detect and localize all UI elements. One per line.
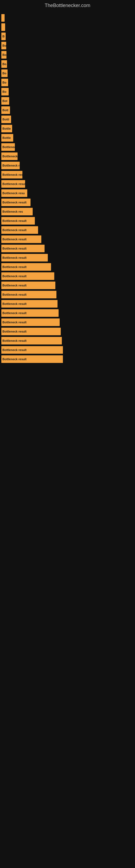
- bar-9: Bo: [1, 88, 9, 95]
- bar-row: Bo: [0, 88, 135, 95]
- bar-label-8: Bo: [2, 81, 6, 84]
- bar-33: Bottleneck result: [1, 309, 58, 317]
- bar-20: Bottleneck resu: [1, 189, 27, 197]
- bar-32: Bottleneck result: [1, 300, 57, 308]
- bar-29: Bottleneck result: [1, 272, 54, 280]
- bar-22: Bottleneck res: [1, 208, 33, 215]
- bar-label-13: Bottle: [2, 127, 11, 130]
- bar-label-6: Bo: [2, 62, 6, 66]
- bar-row: Bottleneck r: [0, 162, 135, 169]
- bar-label-32: Bottleneck result: [2, 302, 27, 305]
- bar-label-25: Bottleneck result: [2, 238, 27, 241]
- bar-label-10: Bot: [2, 99, 7, 102]
- bar-row: Bottleneck result: [0, 180, 135, 188]
- bar-label-35: Bottleneck result: [2, 330, 27, 333]
- bar-row: Bottleneck res: [0, 152, 135, 160]
- bar-label-34: Bottleneck result: [2, 321, 27, 324]
- bar-24: Bottleneck result: [1, 226, 38, 234]
- bar-row: Bottleneck result: [0, 198, 135, 206]
- bar-row: Bottleneck result: [0, 282, 135, 289]
- bar-label-29: Bottleneck result: [2, 275, 27, 278]
- bar-10: Bot: [1, 97, 9, 105]
- bar-label-4: Bo: [2, 44, 6, 47]
- bar-label-11: Bott: [2, 108, 8, 112]
- bar-13: Bottle: [1, 125, 12, 132]
- bars-container: BBoBoBoBoBoBoBotBottBottlBottleBottleBot…: [0, 10, 135, 367]
- bar-row: Bottleneck result: [0, 337, 135, 344]
- bar-label-9: Bo: [2, 90, 6, 93]
- bar-21: Bottleneck result: [1, 198, 31, 206]
- bar-row: Bottleneck result: [0, 318, 135, 326]
- bar-6: Bo: [1, 60, 7, 68]
- bar-26: Bottleneck result: [1, 245, 45, 252]
- bar-11: Bott: [1, 106, 10, 114]
- bar-37: Bottleneck result: [1, 346, 63, 354]
- bar-8: Bo: [1, 79, 8, 86]
- bar-7: Bo: [1, 69, 8, 77]
- bar-row: Bottle: [0, 134, 135, 142]
- bar-row: Bottleneck result: [0, 291, 135, 299]
- bar-label-14: Bottle: [2, 136, 11, 140]
- bar-row: Bottleneck result: [0, 272, 135, 280]
- bar-38: Bottleneck result: [1, 355, 63, 363]
- bar-row: [0, 14, 135, 22]
- bar-row: Bottl: [0, 116, 135, 123]
- bar-row: Bott: [0, 106, 135, 114]
- bar-19: Bottleneck result: [1, 180, 25, 188]
- bar-2: [1, 23, 5, 31]
- bar-5: Bo: [1, 51, 6, 59]
- bar-label-3: B: [2, 35, 5, 38]
- bar-row: Bottleneck result: [0, 217, 135, 225]
- bar-row: Bottleneck res: [0, 208, 135, 215]
- bar-row: Bottleneck result: [0, 328, 135, 335]
- bar-row: Bottleneck result: [0, 263, 135, 271]
- bar-label-7: Bo: [2, 72, 6, 75]
- bar-23: Bottleneck result: [1, 217, 35, 225]
- bar-label-38: Bottleneck result: [2, 358, 27, 361]
- bar-row: Bottleneck result: [0, 300, 135, 308]
- bar-row: Bottleneck result: [0, 226, 135, 234]
- bar-row: Bo: [0, 51, 135, 59]
- bar-25: Bottleneck result: [1, 236, 41, 243]
- bar-label-23: Bottleneck result: [2, 219, 27, 222]
- bar-16: Bottleneck res: [1, 152, 17, 160]
- bar-27: Bottleneck result: [1, 254, 48, 261]
- bar-label-18: Bottleneck resul: [2, 173, 22, 176]
- bar-label-20: Bottleneck resu: [2, 191, 25, 195]
- site-title: TheBottlenecker.com: [0, 0, 135, 10]
- bar-34: Bottleneck result: [1, 318, 60, 326]
- bar-label-36: Bottleneck result: [2, 339, 27, 342]
- bar-18: Bottleneck resul: [1, 171, 22, 179]
- bar-label-21: Bottleneck result: [2, 201, 27, 204]
- bar-row: Bot: [0, 97, 135, 105]
- bar-17: Bottleneck r: [1, 162, 20, 169]
- bar-1: [1, 14, 5, 22]
- bar-row: [0, 23, 135, 31]
- bar-row: Bo: [0, 60, 135, 68]
- bar-label-37: Bottleneck result: [2, 348, 27, 351]
- bar-row: Bottle: [0, 125, 135, 132]
- bar-3: B: [1, 33, 6, 40]
- bar-label-30: Bottleneck result: [2, 284, 27, 287]
- bar-row: Bottleneck resu: [0, 189, 135, 197]
- bar-label-15: Bottleneck: [2, 145, 15, 149]
- bar-label-31: Bottleneck result: [2, 293, 27, 296]
- bar-12: Bottl: [1, 116, 11, 123]
- bar-15: Bottleneck: [1, 143, 15, 151]
- bar-row: Bottleneck result: [0, 346, 135, 354]
- bar-label-24: Bottleneck result: [2, 228, 27, 231]
- bar-label-28: Bottleneck result: [2, 265, 27, 269]
- bar-label-16: Bottleneck res: [2, 155, 17, 158]
- bar-31: Bottleneck result: [1, 291, 56, 299]
- bar-row: Bottleneck result: [0, 254, 135, 261]
- bar-28: Bottleneck result: [1, 263, 51, 271]
- bar-14: Bottle: [1, 134, 13, 142]
- bar-row: Bottleneck result: [0, 245, 135, 252]
- bar-row: Bo: [0, 69, 135, 77]
- bar-row: Bo: [0, 42, 135, 50]
- bar-row: Bottleneck resul: [0, 171, 135, 179]
- bar-36: Bottleneck result: [1, 337, 62, 344]
- bar-35: Bottleneck result: [1, 328, 61, 335]
- bar-label-22: Bottleneck res: [2, 210, 23, 213]
- bar-label-33: Bottleneck result: [2, 311, 27, 315]
